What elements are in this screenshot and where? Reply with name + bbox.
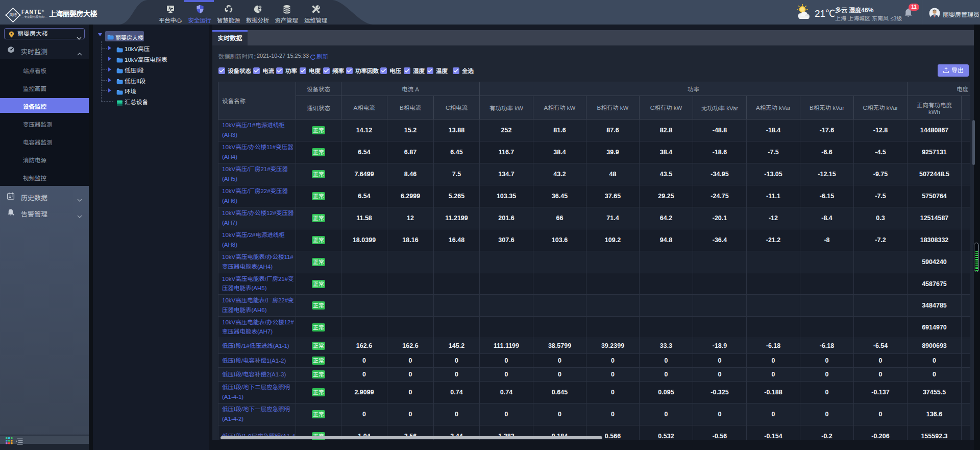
svg-text:风特: 风特 (9, 12, 17, 17)
